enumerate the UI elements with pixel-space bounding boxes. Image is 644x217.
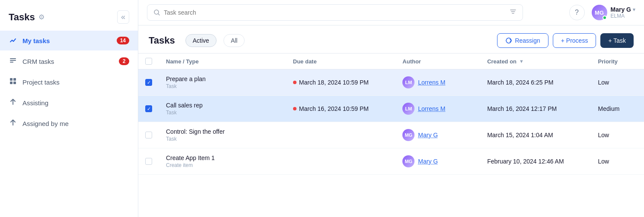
author-avatar: MG [402,155,414,167]
row-4-task-name[interactable]: Create App Item 1 [166,154,279,161]
user-area[interactable]: MG Mary G ▾ ELMA [592,5,635,20]
help-button[interactable]: ? [569,5,585,20]
row-1-priority-cell: Low [591,69,644,96]
row-3-author-cell: MG Mary G [395,122,480,148]
row-4-name-cell: Create App Item 1 Create item [159,148,286,175]
online-indicator [603,16,607,20]
sidebar-nav: My tasks 14 CRM tasks 2 [0,31,138,133]
row-3-author-link[interactable]: Mary G [418,132,438,138]
my-tasks-icon [9,36,17,45]
svg-rect-0 [10,58,16,59]
row-2-due-cell: March 16, 2024 10:59 PM [286,96,396,122]
filter-icon[interactable] [510,8,516,17]
overdue-dot [293,81,296,84]
row-3-checkbox[interactable] [145,132,152,138]
svg-rect-2 [10,62,13,63]
collapse-button[interactable]: « [117,10,129,24]
topbar: ? MG Mary G ▾ ELMA [138,0,644,25]
assisting-label: Assisting [22,99,129,107]
row-2-task-type: Task [166,110,279,116]
sidebar-title-group: Tasks ⚙ [9,12,45,23]
row-1-check-cell [138,69,159,96]
col-header-check [138,53,159,69]
row-1-checkbox[interactable] [145,79,152,86]
row-1-task-type: Task [166,83,279,89]
chevron-down-icon: ▾ [633,7,635,13]
sidebar: Tasks ⚙ « My tasks 14 CRM t [0,0,138,217]
search-box[interactable] [147,4,523,21]
row-1-author: LM Lorrens M [402,76,473,88]
row-2-author-link[interactable]: Lorrens M [418,105,445,112]
sidebar-item-my-tasks[interactable]: My tasks 14 [0,31,138,50]
table-row: Prepare a plan Task March 18, 2024 10:59… [138,69,644,96]
tab-active[interactable]: Active [185,34,217,47]
assisting-icon [9,98,17,107]
svg-rect-3 [10,78,13,81]
process-button[interactable]: + Process [553,33,596,48]
topbar-right: ? MG Mary G ▾ ELMA [569,5,635,20]
user-company: ELMA [611,13,635,19]
table-row: Call sales rep Task March 16, 2024 10:59… [138,96,644,122]
sidebar-item-crm-tasks[interactable]: CRM tasks 2 [0,51,138,71]
table-row: Control: Sign the offer Task MG Mary G M… [138,122,644,148]
row-3-task-type: Task [166,136,279,142]
row-2-priority-cell: Medium [591,96,644,122]
row-2-checkbox[interactable] [145,105,152,112]
row-1-due-date: March 18, 2024 10:59 PM [293,79,389,86]
row-3-due-cell [286,122,396,148]
row-1-author-link[interactable]: Lorrens M [418,79,445,86]
table-row: Create App Item 1 Create item MG Mary G … [138,148,644,175]
row-3-task-name[interactable]: Control: Sign the offer [166,128,279,135]
row-4-checkbox[interactable] [145,158,152,165]
reassign-icon [505,37,512,44]
row-4-task-type: Create item [166,162,279,168]
row-1-author-cell: LM Lorrens M [395,69,480,96]
row-2-created-cell: March 16, 2024 12:17 PM [480,96,591,122]
my-tasks-badge: 14 [117,37,129,44]
row-4-author: MG Mary G [402,155,473,167]
row-1-created-cell: March 18, 2024 6:25 PM [480,69,591,96]
col-header-due: Due date [286,53,396,69]
tab-all[interactable]: All [223,34,245,47]
row-4-priority-cell: Low [591,148,644,175]
row-1-task-name[interactable]: Prepare a plan [166,75,279,82]
row-3-author: MG Mary G [402,129,473,141]
sidebar-title: Tasks [9,12,35,23]
col-header-priority: Priority [591,53,644,69]
row-3-created-cell: March 15, 2024 1:04 AM [480,122,591,148]
tasks-content: Name / Type Due date Author Created on ▼… [138,53,644,217]
reassign-button[interactable]: Reassign [497,33,548,48]
add-task-button[interactable]: + Task [600,33,634,48]
author-avatar: LM [402,76,414,88]
crm-tasks-icon [9,57,17,66]
crm-tasks-label: CRM tasks [22,58,114,65]
row-4-author-link[interactable]: Mary G [418,158,438,165]
author-avatar: MG [402,129,414,141]
assigned-by-me-icon [9,119,17,128]
sidebar-item-assisting[interactable]: Assisting [0,93,138,113]
row-2-due-date: March 16, 2024 10:59 PM [293,105,389,112]
sort-created-on[interactable]: Created on ▼ [487,58,584,65]
row-2-author: LM Lorrens M [402,103,473,115]
sidebar-header: Tasks ⚙ « [0,7,138,31]
row-3-name-cell: Control: Sign the offer Task [159,122,286,148]
main-content: ? MG Mary G ▾ ELMA Tasks Active All [138,0,644,217]
row-4-check-cell [138,148,159,175]
select-all-checkbox[interactable] [145,58,152,65]
row-1-due-cell: March 18, 2024 10:59 PM [286,69,396,96]
col-header-name: Name / Type [159,53,286,69]
svg-rect-1 [10,60,16,61]
user-info: Mary G ▾ ELMA [611,6,635,19]
search-input[interactable] [164,9,506,16]
col-header-author: Author [395,53,480,69]
row-2-task-name[interactable]: Call sales rep [166,102,279,109]
col-header-created[interactable]: Created on ▼ [480,53,591,69]
row-2-name-cell: Call sales rep Task [159,96,286,122]
sidebar-item-project-tasks[interactable]: Project tasks [0,72,138,92]
row-4-author-cell: MG Mary G [395,148,480,175]
sidebar-item-assigned-by-me[interactable]: Assigned by me [0,113,138,133]
gear-icon[interactable]: ⚙ [38,13,45,21]
row-3-check-cell [138,122,159,148]
user-name: Mary G ▾ [611,6,635,13]
page-title: Tasks [149,35,175,46]
